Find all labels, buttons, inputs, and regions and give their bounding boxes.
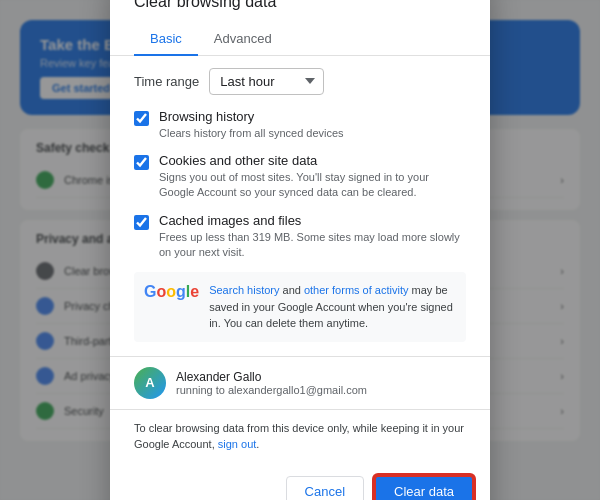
cache-checkbox[interactable] <box>134 215 149 230</box>
tab-basic[interactable]: Basic <box>134 23 198 56</box>
cookies-item: Cookies and other site data Signs you ou… <box>134 153 466 201</box>
dialog-tabs: Basic Advanced <box>110 23 490 56</box>
google-logo-icon: Google <box>144 283 199 301</box>
browsing-history-item: Browsing history Clears history from all… <box>134 109 466 141</box>
dialog-body: Time range Last hour Last 24 hours Last … <box>110 56 490 356</box>
clear-browsing-dialog: Clear browsing data Basic Advanced Time … <box>110 0 490 500</box>
cache-item: Cached images and files Frees up less th… <box>134 213 466 261</box>
cache-title: Cached images and files <box>159 213 466 228</box>
search-history-link[interactable]: Search history <box>209 284 279 296</box>
google-info-text: Search history and other forms of activi… <box>209 282 456 332</box>
browsing-history-desc: Clears history from all synced devices <box>159 126 344 141</box>
dialog-title: Clear browsing data <box>110 0 490 11</box>
browsing-history-checkbox[interactable] <box>134 111 149 126</box>
cache-desc: Frees up less than 319 MB. Some sites ma… <box>159 230 466 261</box>
time-range-label: Time range <box>134 74 199 89</box>
cookies-desc: Signs you out of most sites. You'll stay… <box>159 170 466 201</box>
browsing-history-title: Browsing history <box>159 109 344 124</box>
time-range-select[interactable]: Last hour Last 24 hours Last 7 days Last… <box>209 68 324 95</box>
tab-advanced[interactable]: Advanced <box>198 23 288 56</box>
modal-overlay: Clear browsing data Basic Advanced Time … <box>0 0 600 500</box>
signout-text-before: To clear browsing data from this device … <box>134 422 464 451</box>
account-name: Alexander Gallo <box>176 370 367 384</box>
other-forms-link[interactable]: other forms of activity <box>304 284 409 296</box>
avatar: A <box>134 367 166 399</box>
time-range-row: Time range Last hour Last 24 hours Last … <box>134 68 466 95</box>
google-info-box: Google Search history and other forms of… <box>134 272 466 342</box>
browsing-history-text: Browsing history Clears history from all… <box>159 109 344 141</box>
cache-text: Cached images and files Frees up less th… <box>159 213 466 261</box>
clear-data-button[interactable]: Clear data <box>374 475 474 501</box>
signout-link[interactable]: sign out <box>218 438 257 450</box>
cookies-checkbox[interactable] <box>134 155 149 170</box>
cookies-title: Cookies and other site data <box>159 153 466 168</box>
cookies-text: Cookies and other site data Signs you ou… <box>159 153 466 201</box>
account-email: running to alexandergallo1@gmail.com <box>176 384 367 396</box>
dialog-footer: Cancel Clear data <box>110 467 490 501</box>
signout-text-after: . <box>256 438 259 450</box>
cancel-button[interactable]: Cancel <box>286 476 364 501</box>
account-info: Alexander Gallo running to alexandergall… <box>176 370 367 396</box>
signout-note: To clear browsing data from this device … <box>110 410 490 467</box>
account-row: A Alexander Gallo running to alexanderga… <box>110 356 490 410</box>
